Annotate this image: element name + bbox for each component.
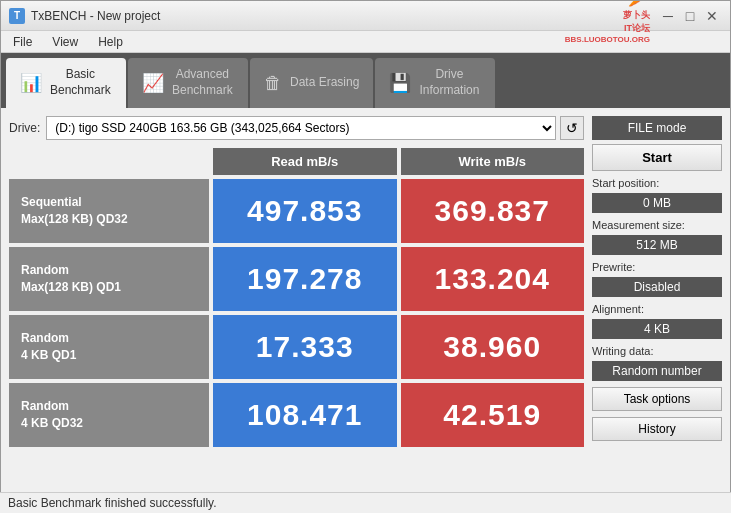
history-button[interactable]: History: [592, 417, 722, 441]
start-position-value: 0 MB: [592, 193, 722, 213]
maximize-button[interactable]: □: [680, 6, 700, 26]
title-bar: T TxBENCH - New project 🥕 萝卜头 IT论坛 BBS.L…: [1, 1, 730, 31]
drive-label: Drive:: [9, 121, 40, 135]
tab-advanced[interactable]: 📈 Advanced Benchmark: [128, 58, 248, 108]
alignment-label: Alignment:: [592, 303, 722, 315]
title-bar-left: T TxBENCH - New project: [9, 8, 160, 24]
watermark: 🥕 萝卜头 IT论坛 BBS.LUOBOTOU.ORG: [565, 0, 650, 44]
left-panel: Drive: (D:) tigo SSD 240GB 163.56 GB (34…: [9, 116, 584, 451]
tab-erasing-icon: 🗑: [264, 73, 282, 94]
watermark-line1: 萝卜头: [623, 9, 650, 22]
drive-select[interactable]: (D:) tigo SSD 240GB 163.56 GB (343,025,6…: [46, 116, 556, 140]
tab-basic[interactable]: 📊 Basic Benchmark: [6, 58, 126, 108]
tab-erasing-label: Data Erasing: [290, 75, 359, 91]
tab-drive-icon: 💾: [389, 72, 411, 94]
tab-erasing[interactable]: 🗑 Data Erasing: [250, 58, 373, 108]
write-value-3: 42.519: [401, 383, 585, 447]
tab-bar: 📊 Basic Benchmark 📈 Advanced Benchmark 🗑…: [1, 53, 730, 108]
menu-view[interactable]: View: [44, 33, 86, 51]
start-button[interactable]: Start: [592, 144, 722, 171]
minimize-button[interactable]: ─: [658, 6, 678, 26]
status-bar: Basic Benchmark finished successfully.: [0, 492, 731, 513]
file-mode-button[interactable]: FILE mode: [592, 116, 722, 140]
table-row: Random 4 KB QD1 17.333 38.960: [9, 315, 584, 379]
write-value-2: 38.960: [401, 315, 585, 379]
measurement-size-label: Measurement size:: [592, 219, 722, 231]
write-value-1: 133.204: [401, 247, 585, 311]
read-value-0: 497.853: [213, 179, 397, 243]
header-task-empty: [9, 148, 209, 175]
watermark-line2: IT论坛: [624, 22, 650, 35]
drive-refresh-button[interactable]: ↺: [560, 116, 584, 140]
tab-basic-label: Basic Benchmark: [50, 67, 111, 98]
task-name-1: Random Max(128 KB) QD1: [9, 247, 209, 311]
tab-drive[interactable]: 💾 Drive Information: [375, 58, 495, 108]
tab-drive-label: Drive Information: [419, 67, 479, 98]
table-row: Random Max(128 KB) QD1 197.278 133.204: [9, 247, 584, 311]
header-write: Write mB/s: [401, 148, 585, 175]
writing-data-value: Random number: [592, 361, 722, 381]
menu-file[interactable]: File: [5, 33, 40, 51]
watermark-icon: 🥕: [628, 0, 650, 9]
write-value-0: 369.837: [401, 179, 585, 243]
table-row: Random 4 KB QD32 108.471 42.519: [9, 383, 584, 447]
task-name-3: Random 4 KB QD32: [9, 383, 209, 447]
right-panel: FILE mode Start Start position: 0 MB Mea…: [592, 116, 722, 451]
title-bar-controls: ─ □ ✕: [658, 6, 722, 26]
task-name-2: Random 4 KB QD1: [9, 315, 209, 379]
status-text: Basic Benchmark finished successfully.: [8, 496, 217, 510]
menu-help[interactable]: Help: [90, 33, 131, 51]
main-content: Drive: (D:) tigo SSD 240GB 163.56 GB (34…: [1, 108, 730, 459]
task-options-button[interactable]: Task options: [592, 387, 722, 411]
app-icon: T: [9, 8, 25, 24]
drive-row: Drive: (D:) tigo SSD 240GB 163.56 GB (34…: [9, 116, 584, 140]
read-value-1: 197.278: [213, 247, 397, 311]
tab-basic-icon: 📊: [20, 72, 42, 94]
header-read: Read mB/s: [213, 148, 397, 175]
close-button[interactable]: ✕: [702, 6, 722, 26]
table-header: Read mB/s Write mB/s: [9, 148, 584, 175]
read-value-2: 17.333: [213, 315, 397, 379]
task-name-0: Sequential Max(128 KB) QD32: [9, 179, 209, 243]
start-position-label: Start position:: [592, 177, 722, 189]
table-row: Sequential Max(128 KB) QD32 497.853 369.…: [9, 179, 584, 243]
drive-select-wrapper: (D:) tigo SSD 240GB 163.56 GB (343,025,6…: [46, 116, 584, 140]
tab-advanced-icon: 📈: [142, 72, 164, 94]
writing-data-label: Writing data:: [592, 345, 722, 357]
alignment-value: 4 KB: [592, 319, 722, 339]
read-value-3: 108.471: [213, 383, 397, 447]
prewrite-value: Disabled: [592, 277, 722, 297]
measurement-size-value: 512 MB: [592, 235, 722, 255]
title-text: TxBENCH - New project: [31, 9, 160, 23]
watermark-line3: BBS.LUOBOTOU.ORG: [565, 35, 650, 44]
prewrite-label: Prewrite:: [592, 261, 722, 273]
tab-advanced-label: Advanced Benchmark: [172, 67, 233, 98]
